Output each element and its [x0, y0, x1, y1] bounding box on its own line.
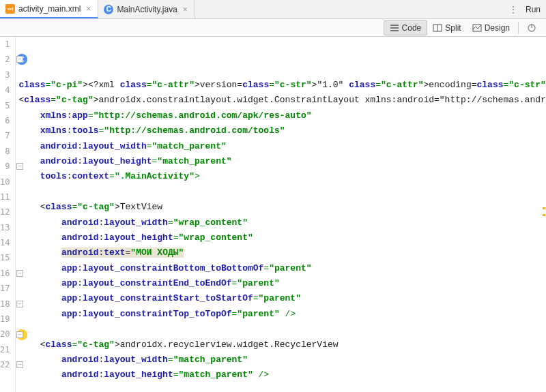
tab-label: MainActivity.java [117, 5, 177, 14]
code-line[interactable]: app:layout_constraintTop_toTopOf="parent… [18, 307, 546, 322]
stripe-warning-mark[interactable] [543, 214, 545, 216]
line-number: 7 [0, 128, 10, 143]
code-line[interactable] [18, 322, 546, 337]
code-line[interactable]: app:layout_constraintBottom_toBottomOf="… [18, 261, 546, 276]
line-number: 22 [0, 357, 10, 372]
code-line[interactable] [18, 383, 546, 392]
code-line[interactable]: android:text="МОИ ХОДЫ" [18, 245, 546, 260]
line-number: 12 [0, 205, 10, 220]
line-number: 17 [0, 281, 10, 296]
view-design-button[interactable]: Design [467, 21, 515, 35]
tab-overflow-icon[interactable]: ⋮ [508, 4, 519, 15]
code-line[interactable]: android:layout_width="wrap_content" [18, 215, 546, 230]
line-number: 8 [0, 144, 10, 159]
view-split-button[interactable]: Split [427, 21, 466, 35]
line-number: 18 [0, 297, 10, 312]
separator [518, 22, 519, 34]
code-line[interactable]: xmlns:app="http://schemas.android.com/ap… [18, 108, 546, 123]
code-area[interactable]: ⚠ 2 ˄ ˅ class="c-pi"><?xml class="c-attr… [16, 37, 546, 392]
line-number: 9 [0, 159, 10, 174]
line-number: 11 [0, 190, 10, 205]
split-icon [433, 23, 442, 33]
button-label: Code [402, 23, 422, 33]
code-line[interactable]: android:layout_height="wrap_content" [18, 230, 546, 245]
code-line[interactable]: android:layout_width="match_parent" [18, 139, 546, 154]
line-number: 21 [0, 342, 10, 357]
code-line[interactable]: <class="c-tag">TextView [18, 200, 546, 215]
line-number: 15 [0, 250, 10, 265]
line-number: 14 [0, 235, 10, 250]
editor-toolbar: Code Split Design [0, 19, 546, 37]
code-line[interactable]: android:layout_height="match_parent" /> [18, 367, 546, 382]
code-line[interactable]: xmlns:tools="http://schemas.android.com/… [18, 123, 546, 138]
close-icon[interactable]: × [86, 4, 91, 14]
view-code-button[interactable]: Code [384, 20, 428, 35]
code-editor[interactable]: 12345678910111213141516171819202122 C💡 ⚠… [0, 37, 546, 392]
code-line[interactable]: tools:context=".MainActivity"> [18, 169, 546, 184]
line-number-gutter: 12345678910111213141516171819202122 [0, 37, 15, 392]
code-line[interactable]: android:layout_height="match_parent" [18, 154, 546, 169]
error-stripe[interactable] [542, 37, 546, 392]
line-number: 13 [0, 220, 10, 235]
close-icon[interactable]: × [183, 5, 188, 14]
design-icon [472, 23, 482, 33]
line-number: 6 [0, 113, 10, 128]
line-number: 16 [0, 266, 10, 281]
code-line[interactable]: <class="c-tag">androidx.constraintlayout… [18, 93, 546, 108]
tab-activity-main[interactable]: xml activity_main.xml × [0, 0, 98, 18]
code-lines-icon [390, 23, 399, 33]
code-line[interactable]: app:layout_constraintEnd_toEndOf="parent… [18, 276, 546, 291]
power-button[interactable] [521, 21, 542, 35]
run-label[interactable]: Run [526, 5, 541, 14]
tab-main-activity[interactable]: C MainActivity.java × [98, 0, 195, 18]
editor-tabs: xml activity_main.xml × C MainActivity.j… [0, 0, 546, 19]
code-line[interactable]: <class="c-tag">androidx.recyclerview.wid… [18, 337, 546, 352]
power-icon [527, 23, 536, 33]
line-number: 4 [0, 82, 10, 97]
line-number: 2 [0, 52, 10, 67]
code-line[interactable]: app:layout_constraintStart_toStartOf="pa… [18, 291, 546, 306]
java-class-icon: C [104, 5, 113, 14]
line-number: 10 [0, 175, 10, 190]
stripe-warning-mark[interactable] [543, 207, 545, 209]
button-label: Split [445, 23, 461, 33]
tab-label: activity_main.xml [18, 4, 81, 14]
code-line[interactable]: android:layout_width="match_parent" [18, 352, 546, 367]
line-number: 3 [0, 67, 10, 82]
line-number: 1 [0, 37, 10, 52]
xml-file-icon: xml [5, 4, 15, 14]
line-number: 20 [0, 327, 10, 342]
line-number: 19 [0, 312, 10, 327]
code-line[interactable]: class="c-pi"><?xml class="c-attr">versio… [18, 78, 546, 93]
code-line[interactable] [18, 185, 546, 200]
button-label: Design [485, 23, 510, 33]
line-number: 5 [0, 98, 10, 113]
